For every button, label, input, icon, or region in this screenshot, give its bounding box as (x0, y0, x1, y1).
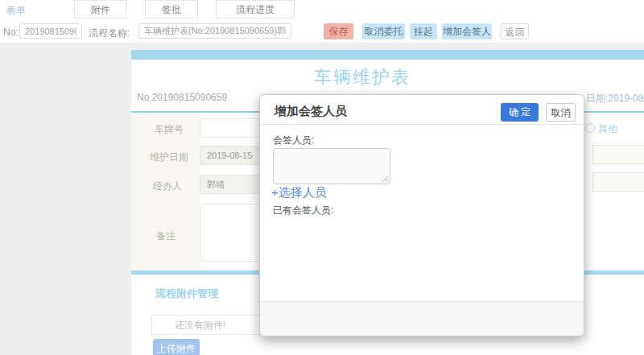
license-plate-label: 车牌号 (155, 123, 184, 137)
remarks-textarea[interactable] (200, 204, 267, 262)
existing-countersigners-label: 已有会签人员: (273, 204, 333, 217)
page: 表单 附件 签批 流程进度 No: 流程名称: 保存 取消委托 挂起 增加会签人… (0, 0, 644, 355)
upload-attachment-button[interactable]: 上传附件 (153, 339, 200, 355)
save-button[interactable]: 保存 (324, 23, 353, 39)
countersigner-textarea[interactable] (273, 148, 390, 184)
select-person-link[interactable]: +选择人员 (271, 185, 327, 200)
back-button[interactable]: 返回 (501, 23, 529, 39)
no-label: No: (3, 27, 19, 38)
tab-form[interactable]: 表单 (6, 4, 26, 18)
handler-input[interactable]: 郭靖 (200, 175, 267, 194)
maintenance-date-label: 维护日期 (150, 151, 188, 164)
handler-label: 经办人 (153, 180, 182, 193)
other-radio[interactable] (585, 123, 595, 133)
countersigner-label: 会签人员: (273, 134, 314, 147)
tab-approval[interactable]: 签批 (145, 0, 198, 19)
other-option-label: 其他 (598, 122, 617, 136)
tab-attachments[interactable]: 附件 (74, 0, 127, 19)
process-name-label: 流程名称: (89, 27, 130, 40)
remarks-label: 备注 (156, 229, 175, 243)
cancel-delegation-button[interactable]: 取消委托 (362, 23, 405, 39)
confirm-button[interactable]: 确 定 (501, 103, 539, 122)
add-countersigner-button[interactable]: 增加会签人 (442, 23, 492, 39)
modal-title: 增加会签人员 (275, 104, 347, 119)
maintenance-date-input[interactable]: 2019-08-15 (200, 146, 267, 165)
license-plate-input[interactable] (200, 118, 266, 138)
right-field-input[interactable] (592, 145, 644, 164)
countersign-modal: 增加会签人员 × 会签人员: +选择人员 已有会签人员: 确 定 取消 (259, 94, 584, 336)
no-input[interactable] (19, 23, 82, 39)
tab-progress[interactable]: 流程进度 (216, 0, 295, 19)
form-header-bar (131, 50, 644, 60)
right-field-input[interactable] (592, 172, 644, 192)
attachments-title: 流程附件管理 (155, 287, 218, 301)
form-number-text: No.20190815090659 (137, 92, 227, 103)
process-name-input[interactable] (138, 23, 291, 39)
suspend-button[interactable]: 挂起 (410, 23, 437, 39)
cancel-button[interactable]: 取消 (546, 103, 576, 122)
form-date-text: 日期:2019-08-15 (586, 92, 644, 105)
form-title: 车辆维护表 (201, 65, 523, 89)
modal-footer (260, 301, 584, 336)
resize-handle-icon[interactable] (381, 175, 389, 183)
